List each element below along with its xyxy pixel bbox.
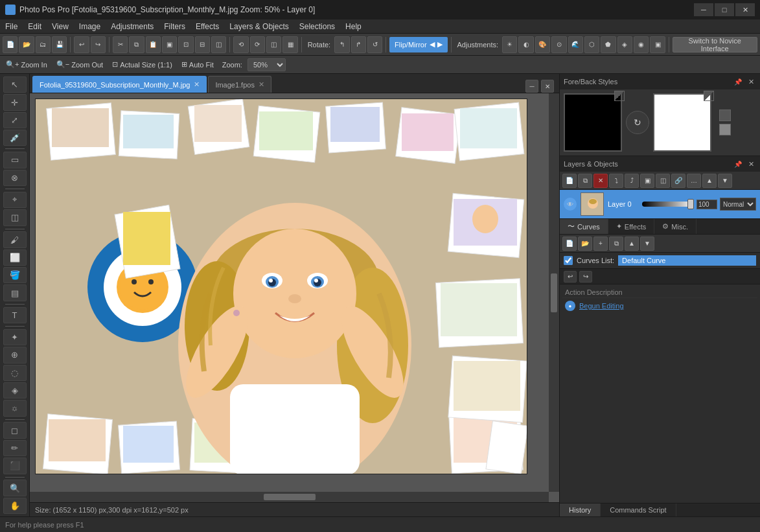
tab-image1[interactable]: Fotolia_95319600_Subscription_Monthly_M.… (32, 76, 207, 93)
tab2-close[interactable]: ✕ (259, 80, 264, 89)
adj-btn2[interactable]: ◐ (518, 36, 533, 53)
history-item-text[interactable]: Begun Editing (579, 302, 624, 310)
layer-link-btn[interactable]: 🔗 (671, 174, 685, 188)
adj-btn10[interactable]: ▣ (650, 36, 665, 53)
tool-arrow[interactable]: ↖ (3, 76, 27, 93)
tb-btn7[interactable]: ◫ (266, 36, 281, 53)
menu-filters[interactable]: Filters (159, 19, 190, 34)
minimize-button[interactable]: ─ (694, 3, 713, 16)
tool-blur[interactable]: ◌ (3, 365, 27, 381)
layer-visibility-btn[interactable]: 👁 (564, 198, 577, 211)
close-button[interactable]: ✕ (735, 3, 755, 16)
opacity-slider-thumb[interactable] (687, 199, 694, 209)
actual-size-button[interactable]: ⊡ Actual Size (1:1) (109, 59, 176, 70)
history-undo-btn[interactable]: ↩ (564, 271, 577, 283)
zoom-in-button[interactable]: 🔍+ Zoom In (3, 59, 51, 70)
menu-image[interactable]: Image (74, 19, 106, 34)
layer-merge-btn[interactable]: ⤵ (609, 174, 623, 188)
swap-colors-button[interactable]: ↻ (626, 111, 649, 134)
layer-ungroup-btn[interactable]: ◫ (656, 174, 670, 188)
open-button[interactable]: 📂 (19, 36, 34, 53)
curves-item[interactable]: Default Curve (618, 255, 756, 266)
ce-btn5[interactable]: ▲ (625, 237, 639, 251)
adj-btn5[interactable]: 🌊 (568, 36, 583, 53)
adj-btn9[interactable]: ◉ (634, 36, 649, 53)
background-color-swatch[interactable] (653, 93, 711, 152)
zoom-out-button[interactable]: 🔍− Zoom Out (53, 59, 106, 70)
layer-new-btn[interactable]: 📄 (562, 174, 577, 188)
foreback-close-btn[interactable]: ✕ (746, 78, 756, 86)
horizontal-scrollbar[interactable] (30, 492, 549, 502)
tool-selection-rect[interactable]: ▭ (3, 152, 27, 168)
hscroll-thumb[interactable] (264, 494, 316, 500)
blend-mode-select[interactable]: Normal Multiply Screen (720, 198, 756, 211)
layers-pin-btn[interactable]: 📌 (732, 161, 744, 168)
adj-btn3[interactable]: 🎨 (535, 36, 550, 53)
tool-stamp[interactable]: ⬛ (3, 457, 27, 474)
browse-button[interactable]: 🗂 (36, 36, 51, 53)
tool-sharpen[interactable]: ◈ (3, 382, 27, 399)
save-button[interactable]: 💾 (52, 36, 67, 53)
vertical-scrollbar[interactable] (549, 93, 559, 492)
menu-edit[interactable]: Edit (23, 19, 47, 34)
tool-text[interactable]: T (3, 307, 27, 323)
undo-button[interactable]: ↩ (74, 36, 89, 53)
tb-btn6[interactable]: ⟳ (250, 36, 265, 53)
menu-selections[interactable]: Selections (294, 19, 340, 34)
menu-effects[interactable]: Effects (190, 19, 224, 34)
novice-interface-button[interactable]: Switch to Novice Interface (673, 37, 757, 52)
menu-layers-objects[interactable]: Layers & Objects (224, 19, 294, 34)
layer-down-btn[interactable]: ▼ (718, 174, 732, 188)
history-tab[interactable]: History (560, 503, 601, 516)
maximize-button[interactable]: □ (715, 3, 734, 16)
tb-btn8[interactable]: ▦ (282, 36, 297, 53)
tb-btn4[interactable]: ◫ (211, 36, 226, 53)
curves-tab[interactable]: 〜 Curves (560, 219, 608, 234)
tool-clone[interactable]: ⊕ (3, 347, 27, 363)
tab-close-all-btn[interactable]: ✕ (541, 80, 554, 93)
foreground-color-swatch[interactable] (564, 93, 622, 152)
ce-btn3[interactable]: + (593, 237, 608, 251)
adj-btn1[interactable]: ☀ (502, 36, 517, 53)
paste-button[interactable]: 📋 (146, 36, 161, 53)
adj-btn4[interactable]: ⊙ (551, 36, 566, 53)
history-redo-btn[interactable]: ↪ (579, 271, 592, 283)
zoom-select[interactable]: 25% 50% 75% 100% (248, 58, 286, 71)
layers-close-btn[interactable]: ✕ (746, 160, 756, 168)
tool-transform[interactable]: ⤢ (3, 112, 27, 128)
ce-btn6[interactable]: ▼ (640, 237, 654, 251)
layer-flatten-btn[interactable]: ⤴ (625, 174, 639, 188)
cut-button[interactable]: ✂ (113, 36, 128, 53)
ce-btn4[interactable]: ⧉ (609, 237, 623, 251)
rotate-apply-btn[interactable]: ↺ (367, 36, 382, 53)
layer-more-btn[interactable]: … (687, 174, 701, 188)
tb-btn3[interactable]: ⊟ (195, 36, 210, 53)
tool-selection-freehand[interactable]: ⊗ (3, 170, 27, 186)
tool-dodge[interactable]: ☼ (3, 400, 27, 416)
ce-btn2[interactable]: 📂 (578, 237, 592, 251)
tool-fill[interactable]: 🪣 (3, 267, 27, 283)
menu-adjustments[interactable]: Adjustments (106, 19, 159, 34)
auto-fit-button[interactable]: ⊞ Auto Fit (178, 59, 217, 70)
tb-btn2[interactable]: ⊡ (178, 36, 193, 53)
canvas-area[interactable] (30, 93, 559, 502)
tool-crop[interactable]: ⌖ (3, 192, 27, 208)
tool-brush[interactable]: 🖌 (3, 231, 27, 248)
tool-eraser[interactable]: ⬜ (3, 249, 27, 266)
adj-btn8[interactable]: ◈ (617, 36, 632, 53)
tool-pen[interactable]: ✏ (3, 440, 27, 456)
tb-btn5[interactable]: ⟲ (233, 36, 248, 53)
opacity-input[interactable] (697, 200, 717, 209)
flip-mirror-button[interactable]: Flip/Mirror ◀ ▶ (389, 37, 448, 52)
foreback-pin-btn[interactable]: 📌 (732, 78, 744, 86)
ce-btn1[interactable]: 📄 (562, 237, 577, 251)
tab-image2[interactable]: Image1.fpos ✕ (208, 76, 271, 93)
tab-minimize-btn[interactable]: ─ (525, 80, 538, 93)
new-button[interactable]: 📄 (3, 36, 17, 53)
menu-view[interactable]: View (47, 19, 74, 34)
commands-script-tab[interactable]: Commands Script (601, 503, 676, 516)
adj-btn6[interactable]: ⬡ (584, 36, 599, 53)
menu-file[interactable]: File (0, 19, 23, 34)
tool-eyedropper[interactable]: 💉 (3, 130, 27, 146)
opacity-slider[interactable] (642, 202, 694, 207)
